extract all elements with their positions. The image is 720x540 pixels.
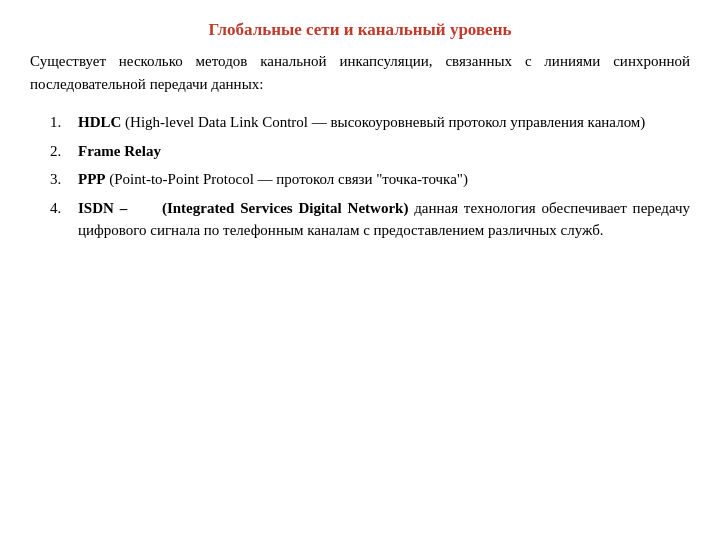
- list-content-2: Frame Relay: [78, 140, 690, 163]
- item3-bold: PPP: [78, 171, 106, 187]
- list-item: 2. Frame Relay: [50, 140, 690, 163]
- list-number-4: 4.: [50, 197, 78, 242]
- list-item: 4. ISDN – (Integrated Services Digital N…: [50, 197, 690, 242]
- item4-bold: ISDN – (Integrated Services Digital Netw…: [78, 200, 408, 216]
- item1-bold: HDLC: [78, 114, 121, 130]
- item3-rest: (Point-to-Point Protocol — протокол связ…: [106, 171, 468, 187]
- list-number-3: 3.: [50, 168, 78, 191]
- list-number-1: 1.: [50, 111, 78, 134]
- list-number-2: 2.: [50, 140, 78, 163]
- list-item: 3. PPP (Point-to-Point Protocol — проток…: [50, 168, 690, 191]
- list-content-1: HDLC (High-level Data Link Control — выс…: [78, 111, 690, 134]
- list-item: 1. HDLC (High-level Data Link Control — …: [50, 111, 690, 134]
- page-title: Глобальные сети и канальный уровень: [30, 20, 690, 40]
- item2-bold: Frame Relay: [78, 143, 161, 159]
- item1-rest: (High-level Data Link Control — высокоур…: [121, 114, 645, 130]
- list-content-3: PPP (Point-to-Point Protocol — протокол …: [78, 168, 690, 191]
- page: Глобальные сети и канальный уровень Суще…: [0, 0, 720, 540]
- intro-text: Существует несколько методов канальной и…: [30, 50, 690, 95]
- protocol-list: 1. HDLC (High-level Data Link Control — …: [50, 111, 690, 242]
- list-content-4: ISDN – (Integrated Services Digital Netw…: [78, 197, 690, 242]
